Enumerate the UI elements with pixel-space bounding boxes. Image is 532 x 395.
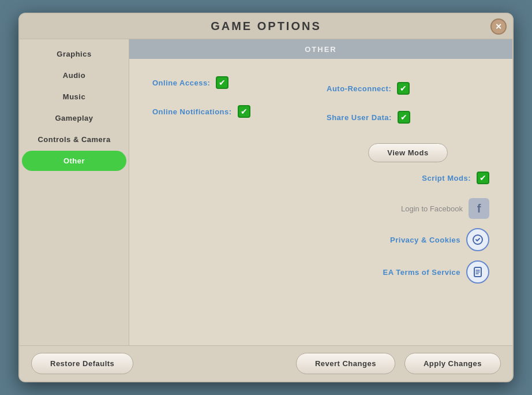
online-access-checkbox[interactable]: ✔ — [216, 76, 228, 89]
game-options-dialog: Game Options ✕ Graphics Audio Music Game… — [18, 13, 514, 382]
sidebar-item-music[interactable]: Music — [22, 87, 126, 107]
content-section-header: Other — [129, 39, 512, 59]
login-facebook-row: Login to Facebook f — [401, 198, 489, 219]
script-mods-row: Script Mods: ✔ — [422, 172, 489, 184]
sidebar-item-gameplay[interactable]: Gameplay — [22, 108, 126, 128]
auto-reconnect-checkbox[interactable]: ✔ — [397, 82, 410, 95]
privacy-cookies-label: Privacy & Cookies — [390, 236, 460, 244]
online-access-row: Online Access: ✔ — [152, 76, 315, 89]
privacy-cookies-row: Privacy & Cookies — [390, 228, 489, 251]
share-user-data-label: Share User Data: — [327, 113, 392, 122]
online-notifications-checkbox[interactable]: ✔ — [238, 105, 250, 118]
script-mods-checkbox[interactable]: ✔ — [477, 172, 489, 184]
restore-defaults-button[interactable]: Restore Defaults — [31, 353, 133, 374]
sidebar-item-other[interactable]: Other — [22, 151, 126, 171]
dialog-title: Game Options — [211, 20, 321, 32]
right-column: Auto-Reconnect: ✔ Share User Data: ✔ Vie… — [327, 70, 489, 334]
revert-changes-button[interactable]: Revert Changes — [296, 353, 395, 374]
privacy-cookies-icon[interactable] — [466, 228, 489, 251]
script-mods-label: Script Mods: — [422, 174, 471, 182]
ea-terms-label: EA Terms of Service — [383, 268, 461, 277]
close-button[interactable]: ✕ — [490, 18, 507, 35]
sidebar-item-audio[interactable]: Audio — [22, 65, 126, 85]
sidebar-item-controls-camera[interactable]: Controls & Camera — [22, 129, 126, 150]
sidebar-item-graphics[interactable]: Graphics — [22, 44, 126, 64]
auto-reconnect-label: Auto-Reconnect: — [327, 84, 391, 93]
view-mods-row: View Mods — [327, 137, 489, 162]
view-mods-button[interactable]: View Mods — [368, 143, 447, 162]
share-user-data-row: Share User Data: ✔ — [327, 111, 489, 124]
dialog-body: Graphics Audio Music Gameplay Controls &… — [20, 39, 512, 345]
facebook-icon[interactable]: f — [469, 198, 489, 219]
content-area: Other Online Access: ✔ Online Notificati… — [129, 39, 512, 345]
online-access-label: Online Access: — [152, 79, 210, 87]
footer-center: Revert Changes Apply Changes — [296, 353, 501, 374]
share-user-data-checkbox[interactable]: ✔ — [398, 111, 410, 124]
auto-reconnect-row: Auto-Reconnect: ✔ — [327, 82, 489, 95]
online-notifications-label: Online Notifications: — [152, 107, 232, 116]
content-main: Online Access: ✔ Online Notifications: ✔… — [129, 59, 512, 345]
dialog-footer: Restore Defaults Revert Changes Apply Ch… — [20, 345, 512, 381]
apply-changes-button[interactable]: Apply Changes — [404, 353, 501, 374]
ea-terms-icon[interactable] — [466, 260, 489, 284]
dialog-header: Game Options ✕ — [20, 14, 512, 39]
ea-terms-row: EA Terms of Service — [383, 260, 490, 284]
online-notifications-row: Online Notifications: ✔ — [152, 105, 315, 118]
login-facebook-label: Login to Facebook — [401, 204, 463, 213]
left-column: Online Access: ✔ Online Notifications: ✔ — [152, 70, 315, 334]
sidebar: Graphics Audio Music Gameplay Controls &… — [20, 39, 129, 345]
right-col-top: Auto-Reconnect: ✔ Share User Data: ✔ — [327, 76, 489, 124]
